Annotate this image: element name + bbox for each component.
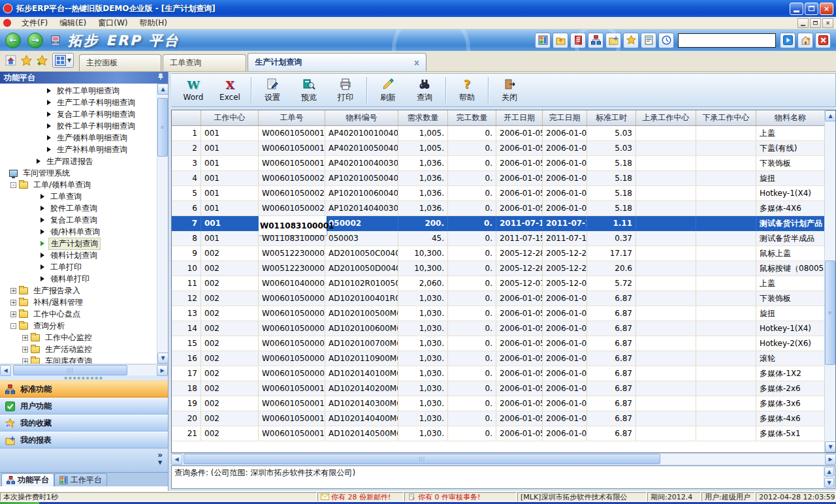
column-header-rownum[interactable]	[172, 110, 201, 125]
tab-工单查询[interactable]: 工单查询	[163, 54, 246, 71]
tree-item-补料/退料管理[interactable]: +补料/退料管理	[0, 296, 157, 308]
restore-button[interactable]	[805, 3, 818, 15]
add-favorite-icon[interactable]	[37, 55, 48, 66]
home-exit-button[interactable]	[797, 33, 813, 48]
grid-scroll-down-button[interactable]: ▼	[825, 441, 836, 452]
query-scrollbar[interactable]: ▲ ▼	[824, 467, 834, 488]
expand-icon[interactable]: +	[10, 288, 16, 294]
tree-item-生产计划查询[interactable]: 生产计划查询	[0, 238, 157, 249]
column-header-需求数量[interactable]: 需求数量	[398, 110, 448, 125]
column-header-物料编号[interactable]: 物料编号	[325, 110, 398, 125]
grid-row-12[interactable]: 12002W006010500004AD1020100401R001,030.0…	[172, 291, 824, 306]
expand-icon[interactable]: +	[10, 300, 16, 306]
tree-item-生产跟进报告[interactable]: 生产跟进报告	[0, 155, 157, 167]
layout-switch-button[interactable]: ▼	[52, 53, 74, 68]
scroll-left-button[interactable]: ◀	[0, 365, 11, 376]
grid-row-5[interactable]: 5001W006010500021AP10201006004001,036.0.…	[172, 186, 824, 201]
query-scroll-up-button[interactable]: ▲	[824, 467, 834, 477]
grid-row-13[interactable]: 13002W006010500005AD1020100500M001,030.0…	[172, 306, 824, 321]
scroll-up-button[interactable]: ▲	[157, 84, 168, 95]
grid-row-1[interactable]: 1001W006010500015AP40201001004001,005.0.…	[172, 126, 824, 141]
folder-up-button[interactable]	[553, 33, 568, 48]
menu-编辑(E)[interactable]: 编辑(E)	[54, 17, 92, 29]
grid-row-3[interactable]: 3001W006010500019AP40201004003001,036.0.…	[172, 156, 824, 171]
platform-tab-功能平台[interactable]: 功能平台	[1, 473, 54, 486]
column-header-工单号[interactable]: 工单号	[259, 110, 325, 125]
tree-item-复合工单查询[interactable]: 复合工单查询	[0, 214, 157, 226]
status-segment[interactable]: 你有 0 件审核事务!	[404, 492, 517, 501]
layout-button[interactable]	[535, 33, 551, 48]
column-header-完工数量[interactable]: 完工数量	[448, 110, 496, 125]
tree-item-工单/领料单查询[interactable]: -工单/领料单查询	[0, 179, 157, 191]
tree-item-领/补料单查询[interactable]: 领/补料单查询	[0, 226, 157, 238]
more-groups-button[interactable]: »▼	[157, 452, 163, 466]
pin-icon[interactable]	[157, 73, 164, 82]
tab-主控面板[interactable]: 主控面板	[79, 54, 161, 71]
group-标准功能[interactable]: 标准功能	[0, 381, 168, 398]
mdi-minimize-button[interactable]	[797, 18, 809, 28]
column-header-标准工时[interactable]: 标准工时	[587, 110, 636, 125]
grid-row-2[interactable]: 2001W006010500016AP40201005004001,005.0.…	[172, 141, 824, 156]
grid-row-18[interactable]: 18002W006010500010AD1020140200M001,030.0…	[172, 381, 824, 396]
clock-button[interactable]	[658, 33, 674, 48]
toolbar-打印-button[interactable]: 打印	[327, 75, 364, 105]
collapse-icon[interactable]: -	[10, 323, 16, 329]
run-button[interactable]	[780, 33, 796, 48]
tree-hscroll-thumb[interactable]: |||	[13, 365, 127, 375]
close-button[interactable]: ×	[820, 3, 833, 15]
tree-item-车间管理系统[interactable]: 车间管理系统	[0, 167, 157, 179]
tree-item-领料单打印[interactable]: 领料单打印	[0, 273, 157, 285]
mdi-close-button[interactable]: ×	[822, 18, 833, 28]
toolbar-Word-button[interactable]: WWord	[175, 75, 212, 105]
query-scroll-down-button[interactable]: ▼	[824, 478, 834, 488]
toolbar-帮助-button[interactable]: ?帮助	[449, 75, 485, 105]
tree-item-生产报告录入[interactable]: +生产报告录入	[0, 285, 157, 296]
tree-item-车间库存查询[interactable]: +车间库存查询	[0, 355, 157, 364]
grid-scroll-thumb[interactable]: ≡	[825, 260, 835, 365]
mdi-restore-button[interactable]	[810, 18, 821, 28]
status-segment[interactable]: 你有 28 份新邮件!	[317, 492, 404, 501]
grid-row-20[interactable]: 20002W006010500012AD1020140400M001,030.0…	[172, 411, 824, 426]
tree-horizontal-scrollbar[interactable]: ◀ ||| ▶	[0, 364, 168, 375]
grid-row-9[interactable]: 9002W005122300003AD2010050C0040010,300.0…	[172, 246, 824, 261]
report-button[interactable]	[641, 33, 656, 48]
tree-item-生产工单子料明细查询[interactable]: 生产工单子料明细查询	[0, 97, 157, 108]
expand-icon[interactable]: +	[22, 335, 28, 341]
grid-scroll-left-button[interactable]: ◀	[171, 454, 182, 465]
tree-item-查询分析[interactable]: -查询分析	[0, 320, 157, 332]
tree-item-工作中心盘点[interactable]: +工作中心盘点	[0, 308, 157, 320]
grid-row-10[interactable]: 10002W005122300004AD2010050D0040010,300.…	[172, 261, 824, 276]
grid-row-4[interactable]: 4001W006010500020AP10201005004001,036.0.…	[172, 171, 824, 186]
panel-splitter[interactable]: ▪▪▪▪▪▪▪▪▪	[0, 375, 168, 381]
star-button[interactable]	[623, 33, 639, 48]
column-header-完工日期[interactable]: 完工日期	[543, 110, 587, 125]
grid-row-15[interactable]: 15002W006010500007AD1020100700M001,030.0…	[172, 336, 824, 351]
home-icon[interactable]	[5, 55, 16, 66]
column-header-上承工作中心[interactable]: 上承工作中心	[636, 110, 696, 125]
toolbar-查询-button[interactable]: 查询	[406, 75, 443, 105]
grid-row-19[interactable]: 19002W006010500011AD1020140300M001,030.0…	[172, 396, 824, 411]
tree-item-领料计划查询[interactable]: 领料计划查询	[0, 249, 157, 261]
menu-窗口(W)[interactable]: 窗口(W)	[92, 17, 133, 29]
grid-hscroll-thumb[interactable]: |||	[184, 454, 660, 464]
tree-vertical-scrollbar[interactable]: ▲ ≡ ▼	[157, 84, 168, 364]
toolbar-Excel-button[interactable]: XExcel	[212, 75, 248, 105]
grid-scroll-right-button[interactable]: ▶	[825, 454, 836, 465]
menu-文件(F)[interactable]: 文件(F)	[16, 17, 54, 29]
forward-button[interactable]: →	[27, 33, 43, 48]
grid-row-21[interactable]: 21002W006010500013AD1020140500M001,030.0…	[172, 426, 824, 441]
expand-icon[interactable]: +	[22, 347, 28, 353]
tree-item-胶件工单子料明细查询[interactable]: 胶件工单子料明细查询	[0, 120, 157, 132]
grid-vertical-scrollbar[interactable]: ▲ ≡ ▼	[824, 110, 835, 452]
scroll-right-button[interactable]: ▶	[157, 365, 168, 376]
tree-item-胶件工单查询[interactable]: 胶件工单查询	[0, 202, 157, 214]
grid-row-17[interactable]: 17002W006010500009AD1020140100M001,030.0…	[172, 366, 824, 381]
close-box-button[interactable]	[815, 33, 831, 48]
tree-item-生产领料单明细查询[interactable]: 生产领料单明细查询	[0, 132, 157, 144]
collapse-icon[interactable]: -	[10, 182, 16, 188]
group-用户功能[interactable]: 用户功能	[0, 398, 168, 415]
group-我的报表[interactable]: 我的报表	[0, 432, 168, 449]
grid-row-11[interactable]: 11002W006010400004AD10102R01005002,060.0…	[172, 276, 824, 291]
expand-icon[interactable]: +	[22, 358, 28, 364]
banner-search-input[interactable]	[678, 33, 776, 48]
